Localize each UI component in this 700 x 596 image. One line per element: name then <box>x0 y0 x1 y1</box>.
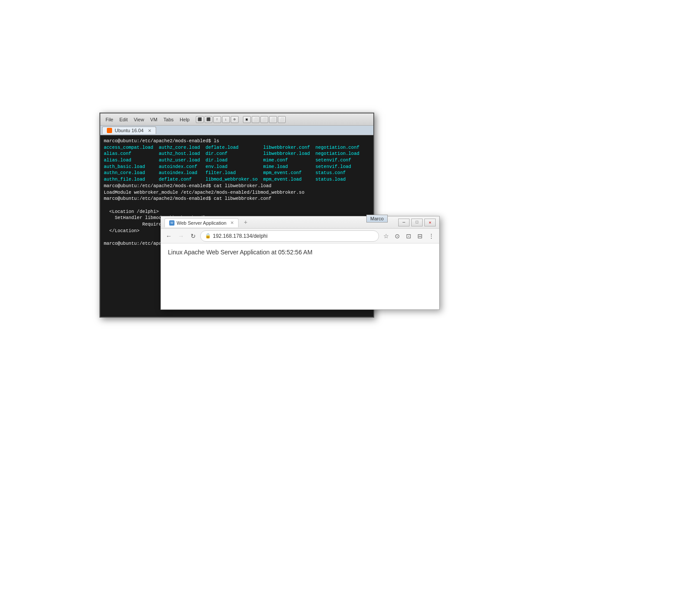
forward-button[interactable]: → <box>176 231 186 241</box>
term-line-8: LoadModule webbroker_module /etc/apache2… <box>104 189 370 196</box>
browser-tab-main[interactable]: W Web Server Application ✕ <box>164 218 239 227</box>
toolbar-icon-8[interactable]: ⬜ <box>260 116 268 123</box>
reload-button[interactable]: ↻ <box>188 231 198 241</box>
menu-edit[interactable]: Edit <box>117 116 130 123</box>
menu-file[interactable]: File <box>103 116 116 123</box>
page-content-text: Linux Apache Web Server Application at 0… <box>168 249 432 256</box>
terminal-toolbar-icons: ⬛ ⬛ ↑ ↓ ⊙ ▣ ⬜ ⬜ ⬜ ⬜ <box>196 116 286 123</box>
term-line-4: auth_basic.load autoindex.conf env.load … <box>104 164 370 170</box>
term-line-10 <box>104 202 370 209</box>
terminal-titlebar: File Edit View VM Tabs Help ⬛ ⬛ ↑ ↓ ⊙ ▣ … <box>100 113 373 126</box>
browser-icon-2[interactable]: ⊡ <box>403 231 414 241</box>
menu-view[interactable]: View <box>131 116 147 123</box>
bookmark-button[interactable]: ☆ <box>381 231 391 241</box>
address-bar[interactable]: 🔒 192.168.178.134/delphi <box>200 230 379 242</box>
back-button[interactable]: ← <box>164 231 174 241</box>
browser-window-controls: — □ ✕ <box>398 219 436 226</box>
browser-tabs-area: W Web Server Application ✕ + <box>164 218 251 227</box>
term-line-5: authn_core.load autoindex.load filter.lo… <box>104 170 370 176</box>
toolbar-icon-6[interactable]: ▣ <box>243 116 251 123</box>
term-line-2: alias.conf authz_host.load dir.conf libw… <box>104 151 370 157</box>
browser-content: Linux Apache Web Server Application at 0… <box>161 243 439 309</box>
term-line-0: marco@ubuntu:/etc/apache2/mods-enabled$ … <box>104 138 370 144</box>
term-line-6: authn_file.load deflate.conf libmod_webb… <box>104 176 370 183</box>
menu-tabs[interactable]: Tabs <box>161 116 176 123</box>
toolbar-right-icons: ☆ ⊙ ⊡ ⊟ ⋮ <box>381 231 437 241</box>
menu-help[interactable]: Help <box>177 116 192 123</box>
toolbar-icon-4[interactable]: ↓ <box>222 116 230 123</box>
browser-icon-3[interactable]: ⊟ <box>415 231 425 241</box>
terminal-menu: File Edit View VM Tabs Help <box>103 116 192 123</box>
browser-titlebar: W Web Server Application ✕ + — □ ✕ <box>161 216 439 229</box>
new-tab-button[interactable]: + <box>240 218 251 227</box>
toolbar-icon-10[interactable]: ⬜ <box>278 116 286 123</box>
close-button[interactable]: ✕ <box>424 219 436 226</box>
terminal-tab-label: Ubuntu 16.04 <box>115 128 143 133</box>
marco-label: Marco <box>366 215 388 223</box>
toolbar-icon-5[interactable]: ⊙ <box>231 116 239 123</box>
toolbar-icon-3[interactable]: ↑ <box>213 116 221 123</box>
browser-window: W Web Server Application ✕ + — □ ✕ ← → ↻… <box>160 216 440 310</box>
menu-vm[interactable]: VM <box>147 116 160 123</box>
tab-favicon: W <box>169 220 174 226</box>
ubuntu-icon <box>107 128 112 133</box>
toolbar-icon-7[interactable]: ⬜ <box>252 116 260 123</box>
toolbar-icon-2[interactable]: ⬛ <box>205 116 212 123</box>
browser-toolbar: ← → ↻ 🔒 192.168.178.134/delphi ☆ ⊙ ⊡ ⊟ ⋮ <box>161 229 439 243</box>
term-line-1: access_compat.load authz_core.load defla… <box>104 144 370 151</box>
term-line-7: marco@ubuntu:/etc/apache2/mods-enabled$ … <box>104 183 370 189</box>
address-text: 192.168.178.134/delphi <box>213 233 267 239</box>
toolbar-icon-9[interactable]: ⬜ <box>269 116 277 123</box>
term-line-3: alias.load authz_user.load dir.load mime… <box>104 157 370 164</box>
lock-icon: 🔒 <box>205 233 211 239</box>
terminal-tab-bar: Ubuntu 16.04 ✕ <box>100 126 373 135</box>
term-line-11: <Location /delphi> <box>104 209 370 215</box>
term-line-9: marco@ubuntu:/etc/apache2/mods-enabled$ … <box>104 195 370 202</box>
browser-tab-label: Web Server Application <box>177 220 226 226</box>
terminal-tab-ubuntu[interactable]: Ubuntu 16.04 ✕ <box>102 127 156 134</box>
browser-menu-button[interactable]: ⋮ <box>426 231 437 241</box>
toolbar-icon-1[interactable]: ⬛ <box>196 116 204 123</box>
browser-icon-1[interactable]: ⊙ <box>392 231 403 241</box>
minimize-button[interactable]: — <box>398 219 410 226</box>
terminal-tab-close[interactable]: ✕ <box>148 128 151 133</box>
browser-tab-close[interactable]: ✕ <box>230 220 234 225</box>
maximize-button[interactable]: □ <box>411 219 423 226</box>
